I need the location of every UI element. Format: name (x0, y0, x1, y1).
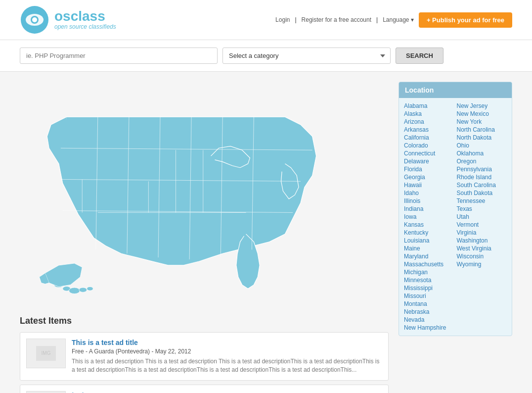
state-link[interactable]: Alabama (404, 102, 454, 110)
state-link[interactable]: Louisiana (404, 237, 454, 245)
state-link[interactable]: Vermont (457, 221, 507, 229)
listing-item-2: test 23.00 USD - testing test (testing) … (20, 385, 389, 393)
state-link[interactable]: Indiana (404, 205, 454, 213)
state-link[interactable]: Georgia (404, 173, 454, 181)
svg-point-21 (79, 288, 87, 292)
listing-thumb-2 (26, 391, 66, 393)
state-link[interactable]: North Carolina (457, 126, 507, 134)
state-link[interactable]: Missouri (404, 292, 454, 300)
state-link[interactable]: Maine (404, 245, 454, 252)
states-col2: New JerseyNew MexicoNew YorkNorth Caroli… (457, 102, 507, 332)
logo-tagline: open source classifieds (54, 23, 116, 30)
state-link[interactable]: Hawaii (404, 181, 454, 189)
listing-item: IMG This is a test ad title Free - A Gua… (20, 332, 389, 381)
listing-title-2[interactable]: test (72, 391, 382, 393)
location-sidebar: Location AlabamaAlaskaArizonaArkansasCal… (399, 82, 512, 336)
state-link[interactable]: Florida (404, 165, 454, 173)
listing-desc-1: This is a test ad description This is a … (72, 357, 382, 374)
state-link[interactable]: Maryland (404, 252, 454, 260)
svg-text:IMG: IMG (42, 350, 51, 356)
state-link[interactable]: New Hampshire (404, 324, 454, 332)
state-link[interactable]: New Mexico (457, 110, 507, 118)
state-link[interactable]: Kansas (404, 221, 454, 229)
states-col1: AlabamaAlaskaArizonaArkansasCaliforniaCo… (404, 102, 454, 332)
logo-icon (20, 5, 49, 35)
category-select[interactable]: Select a category (222, 48, 391, 64)
state-link[interactable]: California (404, 134, 454, 142)
state-link[interactable]: Ohio (457, 142, 507, 149)
latest-title: Latest Items (20, 316, 389, 326)
state-link[interactable]: Kentucky (404, 229, 454, 237)
listing-content-1: This is a test ad title Free - A Guarda … (72, 339, 382, 374)
header: osclass open source classifieds Login | … (0, 0, 532, 40)
state-link[interactable]: Mississippi (404, 284, 454, 292)
state-link[interactable]: Connecticut (404, 149, 454, 157)
publish-button[interactable]: + Publish your ad for free (419, 12, 512, 28)
state-link[interactable]: Wyoming (457, 260, 507, 268)
state-link[interactable]: Oregon (457, 157, 507, 165)
state-link[interactable]: Wisconsin (457, 252, 507, 260)
state-link[interactable]: Tennessee (457, 197, 507, 205)
state-link[interactable]: Alaska (404, 110, 454, 118)
svg-point-3 (32, 17, 37, 22)
search-button[interactable]: SEARCH (396, 48, 443, 64)
state-link[interactable]: Montana (404, 300, 454, 308)
usa-map[interactable] (20, 82, 371, 304)
state-link[interactable]: New York (457, 118, 507, 126)
state-link[interactable]: South Dakota (457, 189, 507, 197)
state-link[interactable]: Nebraska (404, 308, 454, 316)
state-link[interactable]: Delaware (404, 157, 454, 165)
header-divider2: | (376, 16, 378, 23)
state-link[interactable]: Arkansas (404, 126, 454, 134)
map-container: Latest Items IMG This is a test ad title… (20, 82, 389, 393)
svg-point-22 (87, 287, 93, 291)
state-link[interactable]: New Jersey (457, 102, 507, 110)
main-content: Latest Items IMG This is a test ad title… (0, 72, 532, 393)
latest-section: Latest Items IMG This is a test ad title… (20, 316, 389, 393)
location-header: Location (399, 82, 512, 98)
state-link[interactable]: Michigan (404, 268, 454, 276)
state-link[interactable]: Pennsylvania (457, 165, 507, 173)
logo-area: osclass open source classifieds (20, 5, 116, 35)
register-link[interactable]: Register for a free account (302, 16, 371, 23)
state-link[interactable]: Texas (457, 205, 507, 213)
svg-point-20 (69, 288, 80, 294)
search-bar: Select a category SEARCH (0, 40, 532, 72)
header-divider: | (295, 16, 296, 23)
listing-thumb-1: IMG (26, 339, 66, 368)
state-link[interactable]: Colorado (404, 142, 454, 149)
state-link[interactable]: Massachusetts (404, 260, 454, 268)
language-link[interactable]: Language ▾ (383, 16, 414, 23)
state-link[interactable]: Minnesota (404, 276, 454, 284)
state-link[interactable]: Oklahoma (457, 149, 507, 157)
search-input[interactable] (20, 48, 218, 64)
state-link[interactable]: North Dakota (457, 134, 507, 142)
state-link[interactable]: Virginia (457, 229, 507, 237)
location-grid: AlabamaAlaskaArizonaArkansasCaliforniaCo… (399, 98, 512, 336)
listing-content-2: test 23.00 USD - testing test (testing) … (72, 391, 382, 393)
state-link[interactable]: Iowa (404, 213, 454, 221)
state-link[interactable]: Utah (457, 213, 507, 221)
listing-meta-1: Free - A Guarda (Pontevedra) - May 22, 2… (72, 348, 382, 355)
state-link[interactable]: Illinois (404, 197, 454, 205)
listing-image-icon: IMG (36, 346, 56, 361)
header-right: Login | Register for a free account | La… (275, 12, 512, 28)
login-link[interactable]: Login (275, 16, 290, 23)
state-link[interactable]: Arizona (404, 118, 454, 126)
listing-title-1[interactable]: This is a test ad title (72, 339, 382, 346)
state-link[interactable]: South Carolina (457, 181, 507, 189)
state-link[interactable]: Washington (457, 237, 507, 245)
state-link[interactable]: Nevada (404, 316, 454, 324)
state-link[interactable]: Idaho (404, 189, 454, 197)
logo-name: osclass (54, 9, 116, 23)
state-link[interactable]: West Virginia (457, 245, 507, 252)
logo-text: osclass open source classifieds (54, 9, 116, 30)
state-link[interactable]: Rhode Island (457, 173, 507, 181)
